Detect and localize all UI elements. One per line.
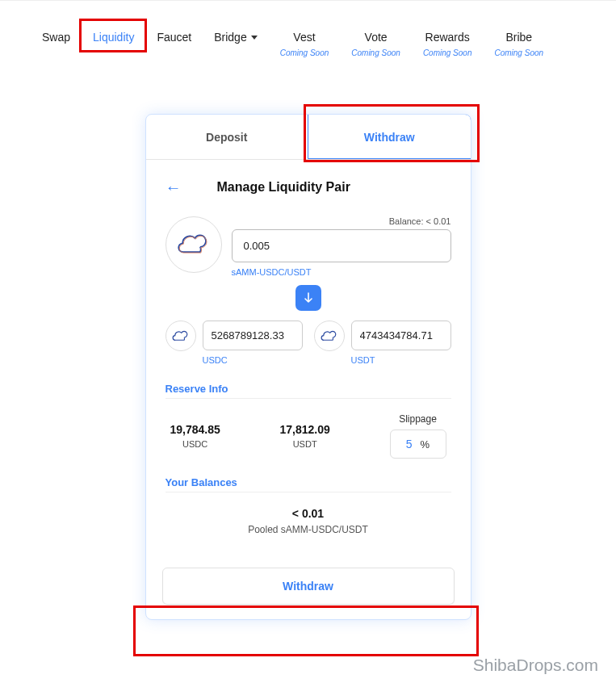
nav-vest-coming: Coming Soon [280,46,329,61]
nav-vest-label: Vest [293,31,315,44]
nav-vote-label: Vote [365,31,388,44]
nav-rewards[interactable]: Rewards Coming Soon [423,30,472,61]
usdc-token-icon [166,321,196,351]
arrow-down-icon [303,292,314,304]
output-b: USDT [314,321,451,365]
nav-vote[interactable]: Vote Coming Soon [351,30,400,61]
nav-vote-coming: Coming Soon [351,46,400,61]
output-b-input[interactable] [351,321,451,350]
slippage-box: Slippage 5 % [390,413,446,459]
withdraw-button[interactable]: Withdraw [162,568,455,605]
reserve-info-title: Reserve Info [166,383,451,399]
nav-bridge-label: Bridge [214,30,246,44]
slippage-value: 5 [406,438,413,450]
usdt-token-icon [314,321,345,351]
your-balances-title: Your Balances [166,476,451,492]
page-title: Manage Liquidity Pair [217,180,350,195]
nav-swap[interactable]: Swap [42,30,70,44]
card-tabs: Deposit Withdraw [146,115,471,160]
output-a: USDC [166,321,303,365]
reserve-a-value: 19,784.85 [170,423,220,436]
output-a-input[interactable] [203,321,303,350]
slippage-label: Slippage [390,413,446,425]
cloud-icon [321,330,338,342]
back-arrow-icon[interactable]: ← [166,179,182,195]
card-header: ← Manage Liquidity Pair [166,179,451,195]
reserve-b-value: 17,812.09 [280,423,330,436]
reserve-a-token: USDC [170,439,220,449]
pooled-balance-label: Pooled sAMM-USDC/USDT [166,524,451,535]
output-a-token: USDC [203,355,303,365]
tab-deposit[interactable]: Deposit [146,115,308,159]
chevron-down-icon [251,36,258,40]
nav-faucet[interactable]: Faucet [157,30,191,44]
watermark: ShibaDrops.com [473,656,598,675]
slippage-input[interactable]: 5 % [390,429,446,459]
nav-rewards-coming: Coming Soon [423,46,472,61]
top-nav: Swap Liquidity Faucet Bridge Vest Coming… [0,1,616,61]
reserve-a: 19,784.85 USDC [170,423,220,449]
nav-bribe-label: Bribe [505,31,532,44]
cloud-icon [172,330,190,342]
cloud-icon [177,233,211,256]
your-balances-block: < 0.01 Pooled sAMM-USDC/USDT [166,492,451,537]
swap-direction-button[interactable] [295,285,321,311]
lp-token-icon [166,216,222,273]
nav-rewards-label: Rewards [425,31,470,44]
lp-token-label: sAMM-USDC/USDT [232,267,451,277]
nav-bribe[interactable]: Bribe Coming Soon [494,30,543,61]
output-b-token: USDT [351,355,451,365]
tab-withdraw[interactable]: Withdraw [308,114,471,159]
card-body: ← Manage Liquidity Pair Balance: < 0.01 … [146,160,471,553]
nav-vest[interactable]: Vest Coming Soon [280,30,329,61]
reserve-row: 19,784.85 USDC 17,812.09 USDT Slippage 5… [166,399,451,459]
reserve-b: 17,812.09 USDT [280,423,330,449]
pooled-balance-value: < 0.01 [166,507,451,520]
lp-balance-label: Balance: < 0.01 [232,216,451,226]
liquidity-card: Deposit Withdraw ← Manage Liquidity Pair… [145,114,471,620]
nav-bridge[interactable]: Bridge [214,30,257,44]
lp-input-row: Balance: < 0.01 sAMM-USDC/USDT [166,216,451,277]
slippage-percent: % [421,438,430,450]
nav-bribe-coming: Coming Soon [494,46,543,61]
reserve-b-token: USDT [280,439,330,449]
output-row: USDC USDT [166,321,451,365]
lp-amount-input[interactable] [232,229,451,262]
nav-liquidity[interactable]: Liquidity [93,30,134,44]
